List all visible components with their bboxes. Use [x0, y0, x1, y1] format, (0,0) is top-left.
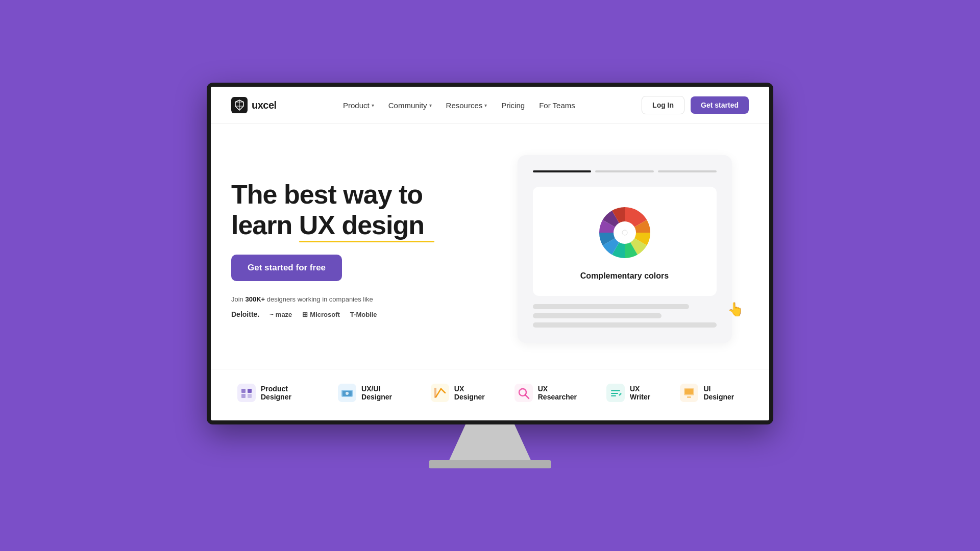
uxui-designer-label: UX/UI Designer [361, 385, 412, 401]
chevron-down-icon: ▾ [429, 103, 432, 108]
nav-pricing[interactable]: Pricing [501, 101, 525, 110]
maze-icon: ~ [270, 311, 274, 318]
company-maze: ~ maze [270, 311, 292, 318]
progress-segment-3 [658, 170, 717, 172]
svg-rect-15 [434, 388, 436, 398]
role-ux-designer[interactable]: UX Designer [425, 380, 502, 406]
svg-rect-5 [248, 389, 252, 393]
ux-writer-label: UX Writer [630, 385, 662, 401]
company-tmobile: T-Mobile [350, 311, 377, 318]
ux-researcher-label: UX Researcher [538, 385, 588, 401]
chevron-down-icon: ▾ [484, 103, 487, 108]
ux-designer-label: UX Designer [454, 385, 496, 401]
card-line-3 [533, 322, 717, 328]
color-wheel-graphic [594, 202, 655, 263]
ux-designer-icon [431, 384, 449, 402]
monitor-stand [449, 424, 531, 460]
uxcel-logo-icon [231, 97, 248, 113]
navigation: uxcel Product ▾ Community ▾ Resources ▾ … [211, 87, 769, 124]
ux-writer-icon [606, 384, 625, 402]
highlight-text: UX design [299, 210, 424, 241]
product-designer-icon [237, 384, 256, 402]
svg-point-2 [622, 230, 627, 235]
svg-rect-6 [241, 394, 246, 398]
svg-point-11 [346, 392, 349, 395]
ui-designer-label: UI Designer [703, 385, 743, 401]
svg-rect-7 [248, 394, 252, 398]
role-ux-writer[interactable]: UX Writer [600, 380, 668, 406]
company-deloitte: Deloitte. [231, 310, 259, 318]
ui-designer-icon [680, 384, 698, 402]
hero-title: The best way to learn UX design [231, 180, 480, 241]
course-card: Complementary colors [518, 155, 732, 343]
color-wheel-container: Complementary colors [533, 187, 717, 296]
card-lesson-title: Complementary colors [580, 271, 669, 281]
get-started-nav-button[interactable]: Get started [691, 96, 749, 114]
card-line-2 [533, 313, 662, 318]
svg-rect-12 [431, 384, 449, 402]
svg-rect-4 [241, 389, 246, 393]
role-ux-researcher[interactable]: UX Researcher [508, 380, 594, 406]
card-line-1 [533, 304, 689, 309]
company-microsoft: ⊞ Microsoft [302, 311, 340, 318]
progress-bar [533, 170, 717, 172]
chevron-down-icon: ▾ [372, 103, 374, 108]
logo-area[interactable]: uxcel [231, 97, 277, 113]
nav-product[interactable]: Product ▾ [343, 101, 374, 110]
role-uxui-designer[interactable]: UX/UI Designer [332, 380, 419, 406]
product-designer-label: Product Designer [261, 385, 320, 401]
nav-actions: Log In Get started [642, 96, 749, 114]
svg-rect-25 [685, 389, 693, 394]
microsoft-icon: ⊞ [302, 311, 308, 318]
social-proof-text: Join 300K+ designers working in companie… [231, 295, 480, 303]
svg-rect-16 [514, 384, 533, 402]
nav-community[interactable]: Community ▾ [388, 101, 432, 110]
progress-segment-2 [595, 170, 654, 172]
monitor-wrapper: uxcel Product ▾ Community ▾ Resources ▾ … [207, 83, 773, 468]
nav-for-teams[interactable]: For Teams [539, 101, 575, 110]
role-ui-designer[interactable]: UI Designer [674, 380, 749, 406]
ux-researcher-icon [514, 384, 533, 402]
monitor-base [429, 460, 551, 468]
logo-text: uxcel [252, 99, 277, 111]
svg-rect-3 [237, 384, 256, 402]
company-logos: Deloitte. ~ maze ⊞ Microsoft T-Mobile [231, 310, 480, 318]
cta-button[interactable]: Get started for free [231, 255, 342, 281]
roles-row: Product Designer UX/UI Designer [211, 369, 769, 420]
hero-left: The best way to learn UX design Get star… [231, 180, 480, 319]
hero-section: The best way to learn UX design Get star… [211, 124, 769, 369]
card-content-lines [533, 304, 717, 328]
svg-rect-26 [687, 396, 691, 398]
nav-resources[interactable]: Resources ▾ [446, 101, 487, 110]
progress-segment-1 [533, 170, 592, 172]
login-button[interactable]: Log In [642, 96, 684, 114]
role-product-designer[interactable]: Product Designer [231, 380, 326, 406]
monitor-screen: uxcel Product ▾ Community ▾ Resources ▾ … [207, 83, 773, 424]
hero-right: Complementary colors 👆 [500, 155, 749, 343]
nav-links: Product ▾ Community ▾ Resources ▾ Pricin… [343, 101, 575, 110]
uxui-designer-icon [338, 384, 356, 402]
